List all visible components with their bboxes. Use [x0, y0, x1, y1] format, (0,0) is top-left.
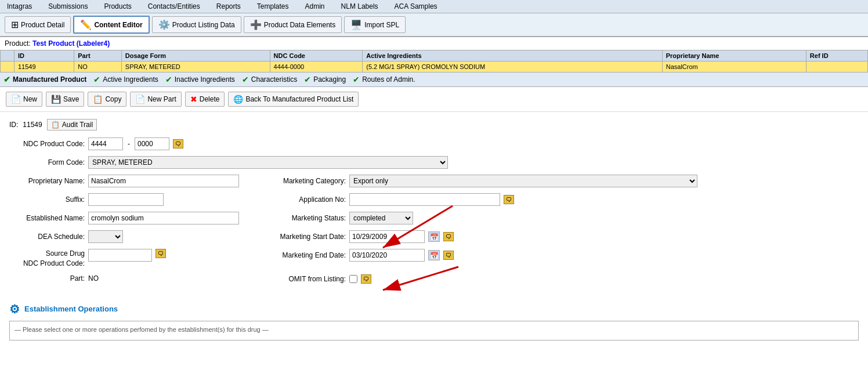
establishment-header: ⚙ Establishment Operations: [9, 302, 859, 316]
proprietary-label: Proprietary Name:: [9, 177, 85, 185]
tab-active-ingredients[interactable]: ✔ Active Ingredients: [93, 75, 158, 84]
product-data-icon: ➕: [250, 19, 262, 30]
tab-inactive-ingredients[interactable]: ✔ Inactive Ingredients: [165, 75, 235, 84]
import-spl-icon: 🖥️: [350, 19, 362, 30]
nav-products[interactable]: Products: [102, 1, 133, 12]
import-spl-button[interactable]: 🖥️ Import SPL: [344, 16, 406, 33]
form-code-label: Form Code:: [9, 158, 85, 166]
copy-label: Copy: [105, 95, 121, 103]
nav-admin[interactable]: Admin: [303, 1, 327, 12]
ndc-part2-input[interactable]: [135, 137, 169, 150]
establishment-box: — Please select one or more operations p…: [9, 321, 859, 340]
delete-icon: ✖: [190, 95, 197, 104]
row-ndc-code: 4444-0000: [270, 61, 363, 73]
suffix-application-row: Suffix: Application No: 🗨: [9, 193, 859, 206]
form-code-select[interactable]: SPRAY, METERED TABLET CAPSULE: [88, 156, 448, 169]
part-label: Part:: [9, 274, 85, 282]
tabs-bar: ✔ Manufactured Product ✔ Active Ingredie…: [0, 73, 868, 87]
row-ref-id: [806, 61, 867, 73]
nav-aca-samples[interactable]: ACA Samples: [392, 1, 440, 12]
marketing-category-select[interactable]: Export only NDA ANDA: [349, 175, 697, 187]
application-no-input[interactable]: [349, 193, 500, 206]
marketing-end-date-input[interactable]: [349, 249, 425, 262]
proprietary-marketing-row: Proprietary Name: Marketing Category: Ex…: [9, 175, 859, 187]
established-name-input[interactable]: [88, 212, 239, 224]
new-part-icon: 📄: [135, 95, 145, 104]
omit-comment-icon[interactable]: 🗨: [361, 274, 371, 284]
marketing-status-select[interactable]: completed active discontinued: [349, 212, 413, 224]
marketing-category-right: Marketing Category: Export only NDA ANDA: [253, 175, 697, 187]
nav-templates[interactable]: Templates: [255, 1, 291, 12]
nav-reports[interactable]: Reports: [214, 1, 243, 12]
id-row: ID: 11549 📋 Audit Trail: [9, 119, 859, 131]
suffix-label: Suffix:: [9, 195, 85, 204]
end-date-right: Marketing End Date: 📅 🗨: [253, 249, 454, 262]
product-listing-data-button[interactable]: ⚙️ Product Listing Data: [152, 16, 241, 33]
established-left: Established Name:: [9, 212, 241, 224]
back-button[interactable]: 🌐 Back To Manufactured Product List: [228, 92, 359, 107]
suffix-input[interactable]: [88, 193, 164, 206]
product-detail-button[interactable]: ⊞ Product Detail: [5, 16, 71, 33]
tab-packaging[interactable]: ✔ Packaging: [304, 75, 346, 84]
table-row[interactable]: 11549 NO SPRAY, METERED 4444-0000 (5.2 M…: [1, 61, 868, 73]
part-value: NO: [88, 274, 99, 282]
end-date-comment-icon[interactable]: 🗨: [443, 251, 454, 260]
new-button[interactable]: 📄 New: [6, 92, 42, 107]
audit-trail-label: Audit Trail: [62, 121, 93, 129]
omit-right: OMIT from Listing: 🗨: [253, 274, 371, 284]
omit-label: OMIT from Listing:: [253, 275, 346, 283]
row-id: 11549: [15, 61, 74, 73]
action-bar: 📄 New 💾 Save 📋 Copy 📄 New Part ✖ Delete …: [0, 87, 868, 112]
omit-checkbox[interactable]: [349, 275, 357, 283]
nav-contacts[interactable]: Contacts/Entities: [146, 1, 202, 12]
new-part-button[interactable]: 📄 New Part: [130, 92, 181, 107]
source-drug-input[interactable]: [88, 249, 152, 262]
col-dosage-form: Dosage Form: [121, 50, 270, 61]
check-icon-packaging: ✔: [304, 75, 311, 84]
back-icon: 🌐: [233, 95, 243, 104]
tab-label-characteristics: Characteristics: [251, 75, 297, 84]
copy-button[interactable]: 📋 Copy: [88, 92, 126, 107]
nav-submissions[interactable]: Submissions: [46, 1, 90, 12]
product-data-label: Product Data Elements: [264, 21, 335, 29]
save-label: Save: [63, 95, 79, 103]
dea-start-row: DEA Schedule: CI CII Marketing Start Dat…: [9, 230, 859, 243]
start-date-comment-icon[interactable]: 🗨: [443, 232, 454, 241]
application-no-comment-icon[interactable]: 🗨: [504, 195, 514, 204]
source-comment-icon[interactable]: 🗨: [155, 249, 166, 258]
tab-characteristics[interactable]: ✔ Characteristics: [242, 75, 297, 84]
col-part: Part: [74, 50, 122, 61]
nav-intagras[interactable]: Intagras: [5, 1, 34, 12]
end-date-label: Marketing End Date:: [253, 251, 346, 259]
part-left: Part: NO: [9, 274, 241, 282]
content-editor-button[interactable]: ✏️ Content Editor: [73, 16, 149, 34]
proprietary-name-input[interactable]: [88, 175, 239, 187]
delete-label: Delete: [200, 95, 220, 103]
tab-routes-of-admin[interactable]: ✔ Routes of Admin.: [353, 75, 415, 84]
form-area: ID: 11549 📋 Audit Trail NDC Product Code…: [0, 112, 868, 296]
end-date-calendar-icon[interactable]: 📅: [428, 250, 440, 260]
marketing-start-date-input[interactable]: [349, 230, 425, 243]
ndc-row: NDC Product Code: - 🗨: [9, 137, 859, 150]
established-label: Established Name:: [9, 214, 85, 222]
ndc-comment-icon[interactable]: 🗨: [173, 139, 183, 148]
col-active-ingredients: Active Ingredients: [363, 50, 662, 61]
product-listing-label: Product Listing Data: [172, 21, 235, 29]
start-date-right: Marketing Start Date: 📅 🗨: [253, 230, 454, 243]
delete-button[interactable]: ✖ Delete: [185, 92, 225, 107]
row-selector: [1, 61, 15, 73]
audit-trail-button[interactable]: 📋 Audit Trail: [47, 119, 97, 131]
product-header: Product: Test Product (Labeler4): [0, 37, 868, 50]
dea-schedule-select[interactable]: CI CII: [88, 230, 123, 243]
ndc-label: NDC Product Code:: [9, 140, 85, 148]
start-date-calendar-icon[interactable]: 📅: [428, 231, 440, 242]
nav-nlm-labels[interactable]: NLM Labels: [339, 1, 381, 12]
ndc-dash: -: [128, 140, 130, 148]
ndc-part1-input[interactable]: [88, 137, 123, 150]
save-icon: 💾: [51, 95, 61, 104]
back-label: Back To Manufactured Product List: [245, 95, 353, 103]
source-end-row: Source Drug NDC Product Code: 🗨 Marketin…: [9, 249, 859, 269]
tab-manufactured-product[interactable]: ✔ Manufactured Product: [3, 75, 86, 84]
save-button[interactable]: 💾 Save: [46, 92, 84, 107]
product-data-elements-button[interactable]: ➕ Product Data Elements: [244, 16, 342, 33]
